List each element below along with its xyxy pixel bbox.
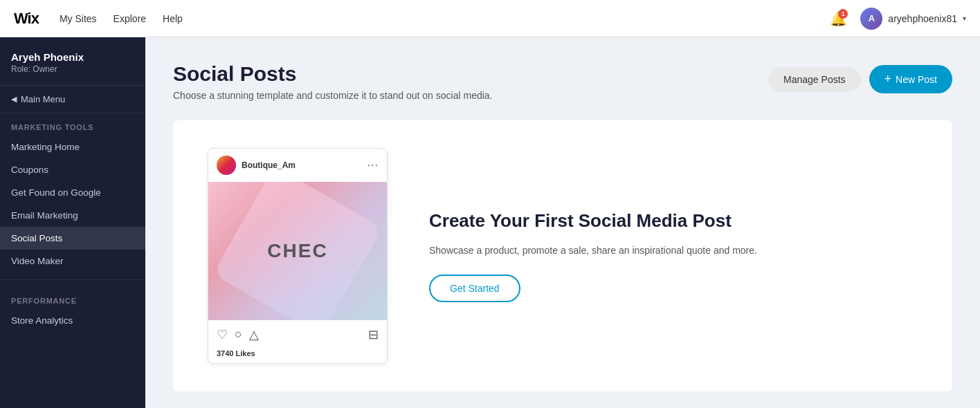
topnav-right: 🔔 1 A aryehphoenix81 ▾ (827, 8, 966, 30)
new-post-label: New Post (896, 74, 937, 85)
my-sites-link[interactable]: My Sites (60, 13, 97, 24)
insta-footer: ♡ ○ △ ⊟ (208, 320, 387, 349)
notifications-button[interactable]: 🔔 1 (827, 8, 849, 30)
content-card: Boutique_Am ··· CHEC ♡ ○ △ (173, 120, 952, 391)
promo-desc: Showcase a product, promote a sale, shar… (429, 243, 918, 258)
insta-avatar (217, 156, 236, 175)
heart-icon[interactable]: ♡ (217, 327, 228, 342)
user-name-label: aryehphoenix81 (888, 13, 957, 24)
back-label: Main Menu (21, 94, 65, 104)
insta-username: Boutique_Am (242, 160, 296, 170)
manage-posts-button[interactable]: Manage Posts (768, 67, 861, 92)
insta-header: Boutique_Am ··· (208, 149, 387, 182)
share-icon[interactable]: △ (249, 327, 259, 342)
sidebar-item-marketing-home[interactable]: Marketing Home (0, 136, 145, 158)
page-header: Social Posts Choose a stunning template … (173, 62, 952, 101)
bookmark-icon[interactable]: ⊟ (368, 327, 379, 342)
instagram-card: Boutique_Am ··· CHEC ♡ ○ △ (208, 148, 388, 364)
notification-badge: 1 (838, 9, 848, 19)
sidebar-user-role: Role: Owner (11, 64, 134, 74)
sidebar-item-get-found[interactable]: Get Found on Google (0, 181, 145, 204)
help-link[interactable]: Help (163, 13, 183, 24)
page-title: Social Posts (173, 62, 493, 86)
sidebar-item-store-analytics[interactable]: Store Analytics (0, 309, 145, 332)
sidebar-item-social-posts[interactable]: Social Posts (0, 227, 145, 250)
sidebar: Aryeh Phoenix Role: Owner ◀ Main Menu Ma… (0, 37, 145, 408)
page-subtitle: Choose a stunning template and customize… (173, 90, 493, 101)
nav-links: My Sites Explore Help (60, 13, 806, 24)
main-content: Social Posts Choose a stunning template … (145, 37, 980, 408)
promo-title: Create Your First Social Media Post (429, 210, 918, 233)
main-layout: Aryeh Phoenix Role: Owner ◀ Main Menu Ma… (0, 37, 980, 408)
sidebar-item-video-maker[interactable]: Video Maker (0, 250, 145, 272)
user-menu[interactable]: A aryehphoenix81 ▾ (860, 8, 966, 30)
sidebar-user-name: Aryeh Phoenix (11, 51, 134, 63)
sidebar-user-info: Aryeh Phoenix Role: Owner (0, 37, 145, 86)
sidebar-item-coupons[interactable]: Coupons (0, 158, 145, 181)
top-navigation: Wix My Sites Explore Help 🔔 1 A aryehpho… (0, 0, 980, 37)
plus-icon: + (884, 72, 892, 86)
insta-actions: ♡ ○ △ (217, 327, 259, 342)
comment-icon[interactable]: ○ (235, 327, 242, 342)
sidebar-item-email-marketing[interactable]: Email Marketing (0, 204, 145, 227)
explore-link[interactable]: Explore (114, 13, 146, 24)
page-title-block: Social Posts Choose a stunning template … (173, 62, 493, 101)
insta-user: Boutique_Am (217, 156, 296, 175)
insta-likes: 3740 Likes (208, 349, 387, 363)
page-actions: Manage Posts + New Post (768, 65, 952, 93)
marketing-section-label: Marketing Tools (0, 113, 145, 136)
promo-content: Create Your First Social Media Post Show… (429, 210, 918, 302)
insta-more-icon[interactable]: ··· (368, 159, 379, 171)
insta-image-text: CHEC (267, 240, 327, 262)
wix-logo: Wix (14, 10, 39, 28)
social-preview: Boutique_Am ··· CHEC ♡ ○ △ (208, 148, 388, 364)
performance-section-label: Performance (0, 287, 145, 309)
back-arrow-icon: ◀ (11, 95, 17, 104)
sidebar-divider (0, 279, 145, 280)
chevron-down-icon: ▾ (963, 15, 966, 22)
insta-image: CHEC (208, 182, 387, 320)
get-started-button[interactable]: Get Started (429, 275, 520, 302)
avatar: A (860, 8, 882, 30)
new-post-button[interactable]: + New Post (869, 65, 952, 93)
main-menu-back[interactable]: ◀ Main Menu (0, 86, 145, 113)
